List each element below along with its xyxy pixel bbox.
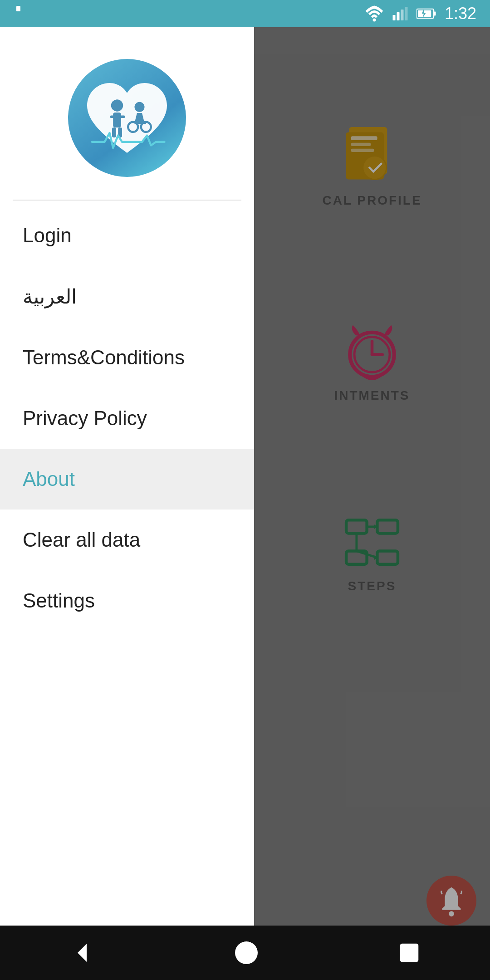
svg-point-2	[372, 19, 376, 22]
status-bar: 1:32	[0, 0, 490, 27]
recents-icon	[397, 941, 421, 965]
status-icons: 1:32	[365, 4, 476, 23]
home-icon	[233, 939, 260, 966]
svg-rect-32	[110, 116, 116, 118]
app-logo	[68, 59, 186, 177]
recents-button[interactable]	[397, 941, 421, 965]
svg-rect-34	[112, 127, 116, 137]
svg-rect-42	[400, 944, 419, 962]
menu-item-privacy[interactable]: Privacy Policy	[0, 388, 254, 449]
svg-rect-6	[405, 7, 407, 20]
menu-item-settings[interactable]: Settings	[0, 570, 254, 631]
drawer-menu: Login العربية Terms&Conditions Privacy P…	[0, 205, 254, 953]
drawer-header	[0, 27, 254, 200]
svg-rect-1	[16, 9, 18, 10]
menu-item-clear[interactable]: Clear all data	[0, 510, 254, 570]
navigation-drawer: Login العربية Terms&Conditions Privacy P…	[0, 27, 254, 953]
menu-item-arabic[interactable]: العربية	[0, 266, 254, 327]
drawer-divider	[13, 200, 241, 201]
svg-rect-5	[401, 10, 403, 20]
svg-rect-4	[397, 12, 399, 20]
svg-rect-31	[113, 113, 121, 127]
bottom-navigation	[0, 926, 490, 980]
svg-point-36	[135, 102, 145, 112]
home-button[interactable]	[233, 939, 260, 966]
svg-rect-33	[119, 116, 125, 118]
wifi-icon	[365, 5, 384, 22]
svg-point-41	[235, 941, 258, 964]
back-icon	[69, 939, 96, 966]
battery-icon	[416, 5, 436, 22]
menu-item-login[interactable]: Login	[0, 205, 254, 266]
back-button[interactable]	[69, 939, 96, 966]
status-time: 1:32	[445, 4, 476, 23]
menu-item-terms[interactable]: Terms&Conditions	[0, 327, 254, 388]
svg-rect-8	[434, 12, 436, 16]
svg-rect-3	[392, 15, 395, 20]
svg-marker-40	[78, 944, 87, 962]
signal-icon	[392, 5, 408, 22]
menu-item-about[interactable]: About	[0, 449, 254, 510]
svg-point-30	[111, 99, 123, 111]
notification-icon	[14, 5, 30, 23]
logo-heart-svg	[77, 68, 177, 168]
